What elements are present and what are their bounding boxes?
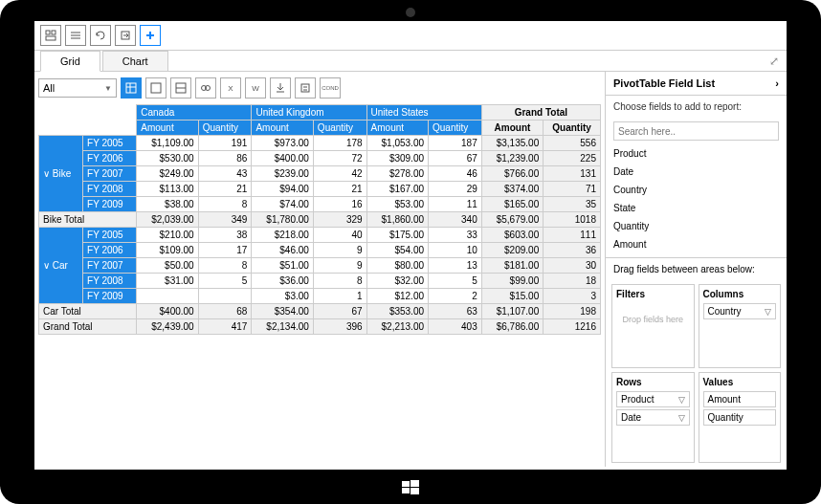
amount-cell: $74.00 bbox=[252, 197, 313, 212]
year-cell[interactable]: FY 2007 bbox=[83, 166, 137, 182]
qty-cell: 21 bbox=[198, 182, 252, 197]
list-icon[interactable] bbox=[65, 25, 86, 46]
filter-icon[interactable]: ▽ bbox=[678, 395, 685, 405]
group-header[interactable]: ∨ Bike bbox=[39, 136, 83, 212]
field-pill[interactable]: Country▽ bbox=[703, 303, 777, 319]
gt-amount-cell: $181.00 bbox=[481, 258, 543, 274]
field-item[interactable]: Date bbox=[613, 163, 779, 181]
region-header[interactable]: United States bbox=[366, 105, 481, 121]
grand-total-row: Grand Total$2,439.00417$2,134.00396$2,21… bbox=[39, 319, 601, 335]
qty-cell: 8 bbox=[198, 197, 252, 212]
view3-icon[interactable] bbox=[170, 77, 191, 99]
gt-qty-cell: 111 bbox=[544, 228, 601, 243]
group-header[interactable]: ∨ Car bbox=[39, 228, 83, 304]
link-icon[interactable] bbox=[195, 77, 216, 99]
amount-header[interactable]: Amount bbox=[252, 121, 313, 136]
qty-cell: 86 bbox=[198, 151, 252, 166]
amount-cell: $46.00 bbox=[252, 243, 313, 258]
year-cell[interactable]: FY 2009 bbox=[83, 197, 137, 212]
columns-area[interactable]: Columns Country▽ bbox=[699, 284, 782, 368]
choose-label: Choose fields to add to report: bbox=[606, 96, 787, 118]
field-pill[interactable]: Amount bbox=[703, 391, 777, 407]
table-row: ∨ CarFY 2005$210.0038$218.0040$175.0033$… bbox=[39, 228, 601, 243]
amount-cell: $973.00 bbox=[252, 136, 313, 151]
year-cell[interactable]: FY 2009 bbox=[83, 289, 137, 304]
qty-cell: 13 bbox=[429, 258, 482, 274]
qty-cell: 178 bbox=[313, 136, 366, 151]
qty-cell bbox=[198, 289, 252, 304]
grid-toolbar: All ▼ X W COND bbox=[38, 76, 601, 104]
amount-header[interactable]: Amount bbox=[137, 121, 198, 136]
export-icon[interactable] bbox=[115, 25, 136, 46]
year-cell[interactable]: FY 2007 bbox=[83, 258, 137, 274]
excel-icon[interactable]: X bbox=[220, 77, 241, 99]
qty-cell: 17 bbox=[198, 243, 252, 258]
cond-icon[interactable]: COND bbox=[320, 77, 341, 99]
tab-grid[interactable]: Grid bbox=[40, 51, 100, 72]
year-cell[interactable]: FY 2006 bbox=[83, 151, 137, 166]
filter-icon[interactable]: ▽ bbox=[678, 413, 685, 423]
qty-cell: 8 bbox=[198, 258, 252, 274]
grand-total-header: Grand Total bbox=[481, 105, 600, 121]
field-pill[interactable]: Date▽ bbox=[616, 409, 690, 426]
tab-chart[interactable]: Chart bbox=[102, 51, 168, 71]
filter-icon[interactable]: ▽ bbox=[765, 307, 771, 317]
amount-header[interactable]: Amount bbox=[366, 121, 428, 136]
qty-cell: 10 bbox=[429, 243, 482, 258]
qty-header[interactable]: Quantity bbox=[429, 121, 482, 136]
amount-cell: $1,053.00 bbox=[366, 136, 428, 151]
year-cell[interactable]: FY 2008 bbox=[83, 274, 137, 289]
amount-cell: $51.00 bbox=[252, 258, 313, 274]
gt-qty-cell: 3 bbox=[544, 289, 601, 304]
svg-rect-4 bbox=[46, 31, 50, 34]
grid-layout-icon[interactable] bbox=[40, 25, 61, 46]
region-header[interactable]: Canada bbox=[137, 105, 252, 121]
gt-qty-cell: 35 bbox=[544, 197, 601, 212]
field-pill[interactable]: Quantity bbox=[703, 409, 777, 426]
qty-cell: 67 bbox=[429, 151, 482, 166]
svg-rect-13 bbox=[126, 83, 136, 93]
field-item[interactable]: Quantity bbox=[613, 217, 779, 235]
word-icon[interactable]: W bbox=[245, 77, 266, 99]
amount-cell: $54.00 bbox=[366, 243, 428, 258]
rows-area[interactable]: Rows Product▽Date▽ bbox=[611, 372, 695, 463]
table-row: FY 2009$3.001$12.002$15.003 bbox=[39, 289, 601, 304]
refresh-icon[interactable] bbox=[90, 25, 111, 46]
gt-amount-cell: $165.00 bbox=[481, 197, 543, 212]
svg-rect-2 bbox=[402, 488, 410, 493]
year-cell[interactable]: FY 2006 bbox=[83, 243, 137, 258]
filters-area[interactable]: Filters Drop fields here bbox=[611, 284, 695, 368]
view2-icon[interactable] bbox=[145, 77, 166, 99]
field-pill[interactable]: Product▽ bbox=[616, 391, 690, 407]
view1-icon[interactable] bbox=[121, 77, 142, 99]
add-icon[interactable] bbox=[140, 25, 161, 46]
qty-cell: 43 bbox=[198, 166, 252, 182]
amount-cell: $167.00 bbox=[366, 182, 428, 197]
field-item[interactable]: Product bbox=[613, 144, 779, 163]
amount-cell bbox=[137, 289, 198, 304]
svg-rect-1 bbox=[410, 480, 419, 487]
search-input[interactable] bbox=[613, 121, 779, 141]
gt-qty-cell: 18 bbox=[544, 274, 601, 289]
field-item[interactable]: Country bbox=[613, 181, 779, 199]
fullscreen-icon[interactable]: ⤢ bbox=[769, 55, 779, 68]
qty-cell: 9 bbox=[313, 258, 366, 274]
qty-header[interactable]: Quantity bbox=[313, 121, 366, 136]
values-area[interactable]: Values AmountQuantity bbox=[699, 372, 782, 463]
windows-button[interactable] bbox=[402, 479, 419, 496]
qty-cell: 8 bbox=[313, 274, 366, 289]
region-header[interactable]: United Kingdom bbox=[252, 105, 366, 121]
csv-icon[interactable] bbox=[295, 77, 316, 99]
chevron-right-icon[interactable]: › bbox=[775, 77, 779, 89]
filter-dropdown[interactable]: All ▼ bbox=[38, 78, 117, 98]
amount-cell: $1,109.00 bbox=[137, 136, 198, 151]
year-cell[interactable]: FY 2008 bbox=[83, 182, 137, 197]
pdf-icon[interactable] bbox=[270, 77, 291, 99]
svg-rect-5 bbox=[52, 31, 55, 34]
year-cell[interactable]: FY 2005 bbox=[83, 228, 137, 243]
field-item[interactable]: State bbox=[613, 199, 779, 217]
qty-header[interactable]: Quantity bbox=[198, 121, 252, 136]
field-item[interactable]: Amount bbox=[613, 235, 779, 253]
svg-rect-16 bbox=[151, 83, 161, 93]
year-cell[interactable]: FY 2005 bbox=[83, 136, 137, 151]
